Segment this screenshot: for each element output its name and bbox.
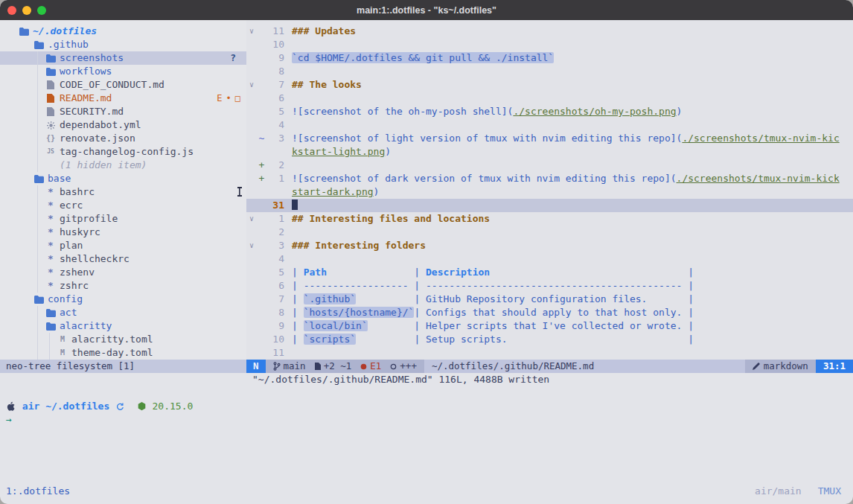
editor-line[interactable]: 9| `local/bin` | Helper scripts that I'v…	[246, 319, 853, 333]
tree-item[interactable]: {}renovate.json	[0, 132, 246, 145]
tree-item[interactable]: *zshenv	[0, 266, 246, 279]
editor-line[interactable]: 10| `scripts` | Setup scripts. |	[246, 333, 853, 346]
tree-item[interactable]: ~/.dotfiles	[0, 25, 246, 38]
line-text: ### Interesting folders	[292, 239, 426, 252]
filetype-indicator: markdown	[745, 360, 816, 373]
tree-item[interactable]: config	[0, 293, 246, 306]
git-sign	[257, 239, 266, 252]
editor-line[interactable]: 10	[246, 38, 853, 51]
git-sign	[257, 212, 266, 226]
doc-icon	[45, 80, 57, 89]
zoom-button[interactable]	[37, 6, 46, 15]
editor-line[interactable]: +1![screenshot of dark version of tmux w…	[246, 172, 853, 185]
tree-item[interactable]: SECURITY.md	[0, 105, 246, 118]
close-button[interactable]	[7, 6, 16, 15]
docsm-icon	[315, 363, 321, 370]
tree-item[interactable]: *gitprofile	[0, 212, 246, 226]
line-text: ## Interesting files and locations	[292, 212, 490, 226]
tree-item[interactable]: CODE_OF_CONDUCT.md	[0, 78, 246, 92]
tmux-window-item[interactable]: 1:.dotfiles	[6, 485, 70, 497]
tree-item[interactable]: JStag-changelog-config.js	[0, 145, 246, 159]
tree-item[interactable]: screenshots?	[0, 51, 246, 65]
tree-item[interactable]: alacritty	[0, 319, 246, 333]
editor-line[interactable]: ~3![screenshot of light version of tmux …	[246, 132, 853, 145]
tree-item[interactable]: Malacritty.toml	[0, 333, 246, 346]
editor-line[interactable]: kstart-light.png)	[246, 145, 853, 159]
editor-line[interactable]: ∨1## Interesting files and locations	[246, 212, 853, 226]
editor-line[interactable]: 7| `.github` | GitHub Repository configu…	[246, 293, 853, 306]
git-sign	[257, 105, 266, 118]
tree-item[interactable]: *plan	[0, 239, 246, 252]
tree-item[interactable]: .github	[0, 38, 246, 51]
tree-item[interactable]: *ecrc	[0, 199, 246, 212]
tree-item-label: plan	[60, 239, 83, 252]
line-number: 6	[266, 92, 284, 105]
editor-line[interactable]: start-dark.png)	[246, 185, 853, 199]
line-number: 7	[266, 293, 284, 306]
statusline: N main+2 ~1E1+++ ~/.dotfiles/.github/REA…	[246, 360, 853, 373]
line-text: | `hosts/{hostname}/`| Configs that shou…	[292, 306, 694, 319]
fold-marker-icon	[246, 333, 257, 346]
tmux-label: TMUX	[818, 485, 841, 497]
node-icon	[138, 402, 146, 411]
line-text: | ------------------ | -----------------…	[292, 279, 694, 293]
line-text	[292, 199, 298, 212]
tree-item[interactable]: dependabot.yml	[0, 118, 246, 132]
editor-line[interactable]: 6	[246, 92, 853, 105]
prompt-text: ~/.dotfiles	[45, 400, 115, 413]
fold-marker-icon	[246, 252, 257, 266]
editor-line[interactable]: 9`cd $HOME/.dotfiles && git pull && ./in…	[246, 51, 853, 65]
editor-line[interactable]: +2	[246, 159, 853, 172]
editor-line[interactable]: 8	[246, 65, 853, 78]
fold-marker-icon	[246, 132, 257, 145]
fold-marker-icon: ∨	[246, 78, 257, 92]
tree-item[interactable]: act	[0, 306, 246, 319]
editor-line[interactable]: ∨7## The looks	[246, 78, 853, 92]
editor-line[interactable]: 11	[246, 346, 853, 360]
tree-item[interactable]: README.mdE•□	[0, 92, 246, 105]
git-sign	[257, 185, 266, 199]
git-sign: +	[257, 159, 266, 172]
tree-item[interactable]: base	[0, 172, 246, 185]
editor-line[interactable]: 2	[246, 226, 853, 239]
folder-icon	[33, 175, 45, 183]
tree-item-label: dependabot.yml	[60, 118, 141, 132]
line-number: 10	[266, 38, 284, 51]
fold-marker-icon	[246, 266, 257, 279]
fold-marker-icon	[246, 306, 257, 319]
tree-item[interactable]: Mtheme-day.toml	[0, 346, 246, 360]
editor-line[interactable]: 5![screenshot of the oh-my-posh shell](.…	[246, 105, 853, 118]
git-status: main+2 ~1E1+++	[266, 360, 424, 373]
star-icon: *	[45, 266, 57, 279]
line-number: 3	[266, 239, 284, 252]
editor-line[interactable]: 31	[246, 199, 853, 212]
line-text: ![screenshot of the oh-my-posh shell](./…	[292, 105, 682, 118]
line-number: 31	[266, 199, 284, 212]
editor-line[interactable]: 4	[246, 118, 853, 132]
statusline-item: +2 ~1	[315, 360, 352, 373]
tree-item-label: CODE_OF_CONDUCT.md	[60, 78, 164, 92]
editor-line[interactable]: ∨11### Updates	[246, 25, 853, 38]
fold-marker-icon	[246, 279, 257, 293]
editor-line[interactable]: 4	[246, 252, 853, 266]
fold-marker-icon	[246, 293, 257, 306]
prompt-text: air	[16, 400, 45, 413]
editor-line[interactable]: ∨3### Interesting folders	[246, 239, 853, 252]
line-text: start-dark.png)	[292, 185, 379, 199]
fold-marker-icon	[246, 199, 257, 212]
folder-icon	[45, 309, 57, 317]
editor-line[interactable]: 8| `hosts/{hostname}/`| Configs that sho…	[246, 306, 853, 319]
tree-item[interactable]: (1 hidden item)	[0, 159, 246, 172]
tree-item[interactable]: *huskyrc	[0, 226, 246, 239]
cursor-position: 31:1	[816, 360, 853, 373]
tree-item[interactable]: workflows	[0, 65, 246, 78]
tree-item-label: workflows	[60, 65, 112, 78]
tree-item[interactable]: *zshrc	[0, 279, 246, 293]
tree-item[interactable]: *shellcheckrc	[0, 252, 246, 266]
doc-icon	[45, 94, 57, 103]
editor-line[interactable]: 5| Path | Description |	[246, 266, 853, 279]
tree-item[interactable]: *bashrc	[0, 185, 246, 199]
editor-line[interactable]: 6| ------------------ | ----------------…	[246, 279, 853, 293]
minimize-button[interactable]	[22, 6, 31, 15]
star-icon: *	[45, 185, 57, 199]
